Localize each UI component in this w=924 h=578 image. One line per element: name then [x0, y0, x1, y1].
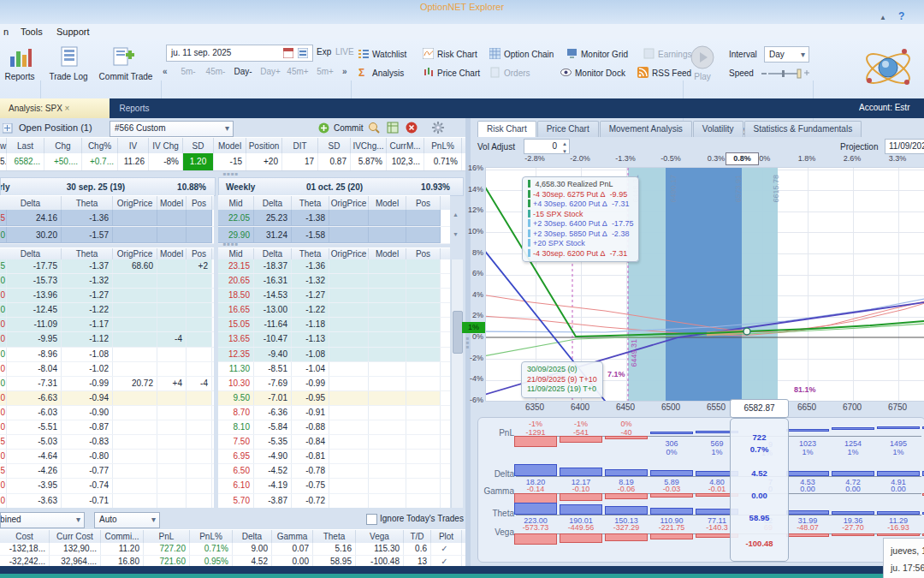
expiry-group-weekly[interactable]: Weekly 01 oct. 25 (20) 10.93%	[218, 177, 464, 196]
analysis-button[interactable]: Analysis	[372, 69, 404, 78]
step-forward-icon[interactable]: »	[342, 67, 347, 76]
table-row[interactable]: 0 -3.95 -0.74	[0, 479, 214, 493]
calendar-icon[interactable]	[283, 48, 293, 58]
table-row[interactable]: 6.10 -4.19 -0.75	[218, 479, 450, 493]
table-row[interactable]: 0 -7.31 -0.99 20.72 +4 -4	[0, 377, 214, 391]
tab-movement-analysis[interactable]: Movement Analysis	[600, 121, 692, 137]
pricing-select[interactable]: Auto▾	[94, 512, 160, 528]
projection-date-input[interactable]: 11/09/2025	[885, 139, 924, 154]
table-row[interactable]: 5 -17.75 -1.37 68.60 +2	[0, 259, 214, 274]
table-row[interactable]: 0 -8.04 -1.02	[0, 362, 214, 377]
summary-header-cell[interactable]: DIT	[282, 138, 318, 154]
column-header[interactable]: T/D	[404, 530, 431, 544]
table-row[interactable]: 0 -11.09 -1.17	[0, 318, 214, 332]
table-row[interactable]: 0 -5.51 -0.87	[0, 420, 214, 435]
export-grid-icon[interactable]	[387, 122, 399, 134]
column-header[interactable]: Pos	[187, 196, 212, 211]
table-row[interactable]: 15.05 -11.64 -1.18	[218, 318, 450, 332]
summary-header-cell[interactable]: SD	[183, 138, 214, 154]
date-input[interactable]: ju. 11 sep. 2025	[166, 45, 313, 62]
table-row[interactable]: 0 -8.96 -1.08	[0, 348, 214, 362]
trade-log-button[interactable]: Trade Log	[43, 72, 94, 81]
table-row[interactable]: 16.65 -13.00 -1.22	[218, 303, 450, 318]
summary-header-cell[interactable]: IVChg...	[351, 138, 387, 154]
column-header[interactable]: Vega	[356, 530, 404, 544]
commit-button[interactable]: Commit	[334, 123, 363, 133]
search-icon[interactable]	[368, 122, 380, 134]
column-header[interactable]: Delta	[0, 196, 62, 211]
step-back-icon[interactable]: «	[163, 67, 168, 76]
table-row[interactable]: 12.35 -9.40 -1.08	[218, 348, 450, 362]
combine-select[interactable]: Combined▾	[0, 512, 85, 528]
table-row[interactable]: 13.65 -10.47 -1.13	[218, 332, 450, 347]
summary-header-cell[interactable]: IV Chg	[149, 138, 183, 154]
table-row[interactable]: 20.65 -16.31 -1.32	[218, 274, 450, 289]
plot-checkbox[interactable]: ✓	[431, 556, 462, 568]
speed-slider[interactable]	[761, 69, 809, 79]
time-step-button[interactable]: 5m-	[175, 67, 202, 76]
risk-chart-button[interactable]: Risk Chart	[437, 50, 477, 59]
splitter-grip[interactable]: ■■■■	[205, 241, 257, 247]
table-row[interactable]: 0 -6.63 -0.94	[0, 391, 214, 406]
column-header[interactable]: OrigPrice	[113, 248, 157, 260]
menu-item-tools[interactable]: Tools	[17, 26, 46, 38]
column-header[interactable]: PnL%	[190, 530, 233, 544]
table-row[interactable]: 6.95 -4.90 -0.81	[218, 450, 450, 464]
tab-statistics[interactable]: Statistics & Fundamentals	[744, 121, 862, 137]
column-header[interactable]: Mid	[218, 248, 254, 260]
column-header[interactable]: Theta	[313, 530, 356, 544]
monitor-grid-button[interactable]: Monitor Grid	[581, 50, 628, 59]
column-header[interactable]: Theta	[62, 248, 113, 260]
table-row[interactable]: 8.10 -5.84 -0.88	[218, 420, 450, 435]
tab-reports[interactable]: Reports	[104, 98, 164, 118]
column-header[interactable]: Delta	[0, 248, 62, 260]
expand-position-icon[interactable]	[3, 123, 13, 134]
table-row[interactable]: 9.50 -7.01 -0.95	[218, 391, 450, 406]
table-row[interactable]: 22.05 25.23 -1.38	[218, 210, 450, 227]
time-step-button[interactable]: 45m-	[202, 67, 229, 76]
scroll-up-icon[interactable]: ▲	[453, 212, 459, 217]
close-position-icon[interactable]	[406, 122, 418, 134]
summary-header-cell[interactable]: Chg	[44, 138, 82, 154]
table-row[interactable]: 5 24.16 -1.36	[0, 210, 214, 227]
column-header[interactable]: Delta	[254, 248, 292, 260]
gear-icon[interactable]	[432, 122, 444, 134]
table-row[interactable]: 0 -4.64 -0.80	[0, 450, 214, 464]
commit-icon[interactable]	[318, 122, 329, 134]
table-row[interactable]: 0 -9.95 -1.12 -4	[0, 332, 214, 347]
close-tab-icon[interactable]: ×	[65, 104, 70, 113]
column-header[interactable]: PnL	[144, 530, 190, 544]
table-row[interactable]: 0 -6.03 -0.90	[0, 406, 214, 420]
menu-item-support[interactable]: Support	[53, 26, 93, 38]
earnings-button[interactable]: Earnings	[658, 50, 691, 59]
reports-button[interactable]: Reports	[0, 72, 39, 81]
table-row[interactable]: 0 -12.45 -1.22	[0, 303, 214, 318]
plot-checkbox[interactable]: ✓	[431, 543, 462, 555]
column-header[interactable]: Model	[157, 196, 187, 211]
table-row[interactable]: 8.70 -6.36 -0.91	[218, 406, 450, 420]
summary-header-cell[interactable]: Position	[246, 138, 282, 154]
time-step-button[interactable]: Day-	[229, 67, 257, 76]
column-header[interactable]: Pos	[406, 196, 441, 211]
monitor-dock-button[interactable]: Monitor Dock	[575, 69, 625, 78]
interval-select[interactable]: Day▾	[764, 46, 809, 63]
table-row[interactable]: 5 -4.26 -0.77	[0, 464, 214, 479]
ignore-trades-checkbox[interactable]	[366, 514, 377, 525]
column-header[interactable]: OrigPrice	[329, 196, 369, 211]
tab-analysis-spx[interactable]: Analysis: SPX ×	[0, 98, 110, 118]
column-header[interactable]: Theta	[62, 196, 113, 211]
table-row[interactable]: 0 -3.63 -0.71	[0, 494, 214, 509]
time-step-button[interactable]: 45m+	[284, 67, 311, 76]
risk-chart-plot[interactable]: 6448.31 6490.17 6573.91 6615.78 6449.31 …	[485, 167, 924, 402]
tab-price-chart[interactable]: Price Chart	[537, 121, 599, 137]
summary-header-cell[interactable]: Chg%	[82, 138, 118, 154]
table-row[interactable]: 10.30 -7.69 -0.99	[218, 377, 450, 391]
table-row[interactable]: 5 -5.03 -0.83	[0, 435, 214, 450]
watchlist-button[interactable]: Watchlist	[372, 50, 406, 59]
summary-header-cell[interactable]: PnL%	[424, 138, 462, 154]
table-row[interactable]: 0 -15.73 -1.32	[0, 274, 214, 289]
vol-adjust-spinner[interactable]: 0 ▲▼	[524, 139, 570, 154]
splitter-grip[interactable]: ■■■■	[205, 171, 257, 176]
time-step-button[interactable]: 5m+	[311, 67, 339, 76]
table-row[interactable]: 0 -13.96 -1.27	[0, 289, 214, 303]
